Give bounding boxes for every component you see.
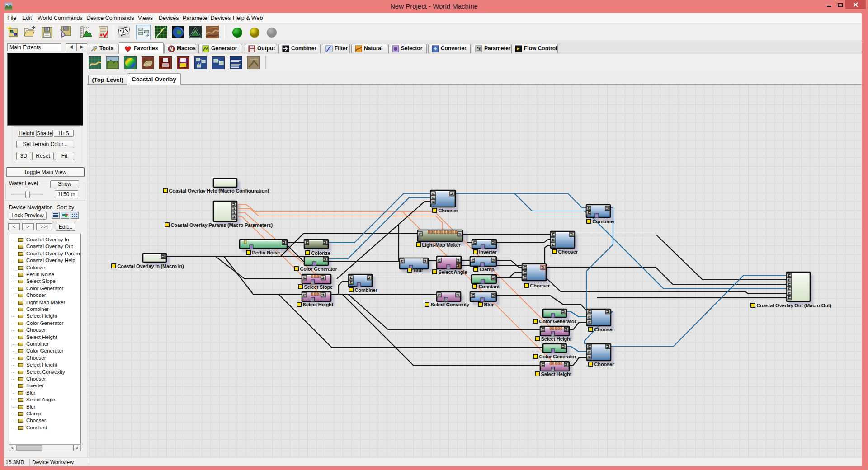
svg-text:Select Height: Select Height: [303, 302, 334, 307]
svg-text:Chooser: Chooser: [558, 249, 578, 254]
svg-text:Select Height: Select Height: [541, 371, 572, 377]
svg-text:Chooser: Chooser: [594, 327, 614, 332]
svg-text:Coastal Overlay In (Macro In): Coastal Overlay In (Macro In): [118, 263, 184, 269]
svg-text:Blur: Blur: [484, 302, 494, 307]
svg-text:Chooser: Chooser: [594, 362, 614, 367]
svg-text:Chooser: Chooser: [439, 208, 458, 213]
svg-text:Coastal Overlay Params (Macro: Coastal Overlay Params (Macro Parameters…: [171, 222, 273, 228]
svg-text:Light-Map Maker: Light-Map Maker: [422, 242, 461, 248]
svg-text:Perlin Noise: Perlin Noise: [252, 250, 280, 255]
svg-text:Colorize: Colorize: [311, 250, 330, 256]
svg-text:M: M: [170, 47, 173, 52]
svg-text:Color Generator: Color Generator: [300, 266, 338, 272]
svg-text:Chooser: Chooser: [530, 283, 550, 288]
svg-text:Clamp: Clamp: [480, 267, 495, 272]
svg-text:Blur: Blur: [414, 268, 424, 273]
svg-text:Select Convexity: Select Convexity: [431, 302, 470, 307]
svg-text:Select Height: Select Height: [541, 336, 572, 342]
svg-text:Coastal Overlay Help (Macro Co: Coastal Overlay Help (Macro Configuratio…: [169, 188, 269, 193]
svg-text:Color Generator: Color Generator: [539, 319, 577, 324]
svg-text:Color Generator: Color Generator: [539, 354, 577, 359]
svg-text:Coastal Overlay Out (Macro Out: Coastal Overlay Out (Macro Out): [757, 303, 832, 308]
svg-text:Combiner: Combiner: [355, 287, 378, 293]
svg-text:Select Slope: Select Slope: [304, 284, 333, 290]
svg-text:Select Angle: Select Angle: [439, 269, 467, 275]
svg-text:Constant: Constant: [479, 284, 500, 289]
svg-text:Combiner: Combiner: [593, 219, 616, 224]
svg-text:Inverter: Inverter: [479, 249, 497, 255]
